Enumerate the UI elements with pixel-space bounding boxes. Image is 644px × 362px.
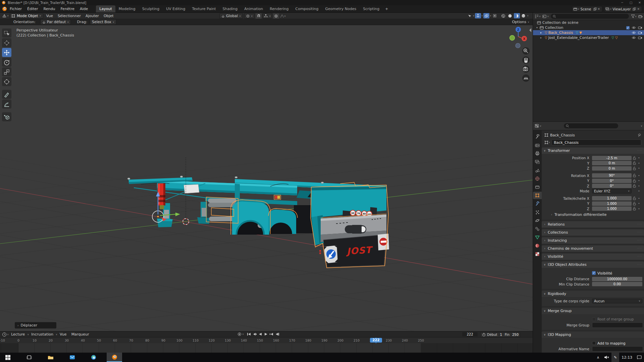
maximize-icon[interactable]: □ (627, 0, 635, 5)
overlays-toggle[interactable] (483, 13, 489, 18)
shading-wireframe-button[interactable] (500, 13, 506, 18)
eye-icon[interactable] (632, 31, 636, 34)
volume-muted-icon[interactable] (602, 353, 611, 362)
timeline-ruler[interactable]: -10 0 10 20 30 40 50 60 70 80 90 100 110… (0, 337, 533, 343)
nav-gizmo[interactable]: Z X (510, 27, 527, 48)
menu-fenetre[interactable]: Fenêtre (58, 5, 77, 12)
tool-orientation-dropdown[interactable]: Par défaut ∨ (40, 19, 71, 25)
panel-i3d-attributes[interactable]: ∨I3D Object Attributes···· (542, 261, 644, 268)
tab-modifiers[interactable] (533, 200, 542, 207)
blender-taskbar-icon[interactable] (107, 353, 122, 362)
position-x-field[interactable]: -2.5 m (592, 156, 632, 160)
collection-checkbox[interactable]: ✓ (626, 26, 630, 29)
taskbar-clock[interactable]: 12:13 (619, 353, 635, 362)
action-center-icon[interactable] (635, 353, 644, 362)
camera-visibility-icon[interactable] (638, 36, 642, 39)
visibility-checkbox[interactable]: ✓ (592, 271, 596, 275)
prev-keyframe-button[interactable] (252, 332, 257, 337)
tab-compositing[interactable]: Compositing (292, 5, 322, 12)
unlink-scene-icon[interactable]: ✕ (597, 7, 601, 11)
outliner-row-jost-trailer[interactable]: ▸ ▽ Jost_Extendable_ContainerTrailer ▽ ▽ (533, 35, 644, 40)
snap-target-dropdown[interactable]: ∨ (263, 13, 272, 19)
rotation-z-field[interactable]: 0° (592, 184, 632, 188)
tab-constraints[interactable] (533, 225, 542, 233)
panel-instancing[interactable]: ›Instancing···· (542, 237, 644, 244)
panel-visibility[interactable]: ›Visibilité···· (542, 253, 644, 260)
tablet-driver-icon[interactable]: ✎ (611, 353, 619, 362)
panel-relations[interactable]: ›Relations···· (542, 221, 644, 228)
menu-vue[interactable]: Vue (44, 14, 56, 18)
tab-material[interactable] (533, 242, 542, 249)
playhead-frame-badge[interactable]: 222 (370, 338, 382, 343)
viewport-nav-buttons[interactable] (522, 47, 530, 82)
play-reverse-button[interactable] (257, 332, 263, 337)
lock-icon[interactable] (632, 202, 637, 205)
editor-type-outliner-icon[interactable] (534, 14, 539, 18)
tab-particles[interactable] (533, 208, 542, 216)
tool-add-primitive[interactable] (2, 112, 11, 121)
tab-view-layer[interactable] (533, 158, 542, 166)
lock-icon[interactable] (632, 156, 637, 160)
eye-icon[interactable] (632, 36, 636, 39)
scale-y-field[interactable]: 1.000 (592, 201, 632, 206)
auto-key-button[interactable] (236, 332, 242, 337)
outliner-row-back-chassis[interactable]: ▸ ▽ Back_Chassis ▽ ▼ (533, 30, 644, 35)
tab-tool[interactable] (533, 133, 542, 140)
tab-scene[interactable] (533, 167, 542, 174)
shading-material-button[interactable] (514, 13, 520, 18)
viewlayer-selector[interactable]: ∨ ViewLayer ✕ (604, 6, 642, 12)
menu-rendu[interactable]: Rendu (41, 5, 58, 12)
tab-output[interactable] (533, 150, 542, 157)
operator-panel[interactable]: › Déplacer (15, 322, 56, 328)
shading-rendered-button[interactable] (521, 13, 527, 18)
menu-vue-timeline[interactable]: Vue (57, 332, 69, 337)
pivot-dropdown[interactable]: ∨ (244, 13, 255, 19)
properties-search-input[interactable] (564, 123, 618, 128)
tab-object[interactable] (533, 192, 542, 199)
tab-collection[interactable] (533, 183, 542, 191)
panel-merge-group[interactable]: ∨Merge Group (542, 308, 644, 314)
play-button[interactable] (263, 332, 269, 337)
menu-lecture[interactable]: Lecture (9, 332, 27, 337)
rotation-mode-dropdown[interactable]: Euler XYZ∨ (592, 189, 632, 193)
object-icon[interactable] (544, 140, 548, 144)
merge-group-field[interactable] (592, 322, 643, 328)
current-frame-field[interactable]: 222 (462, 332, 478, 337)
jump-end-button[interactable] (274, 332, 280, 337)
task-view-button[interactable] (21, 353, 37, 362)
eye-icon[interactable] (632, 26, 636, 29)
lock-icon[interactable] (632, 179, 637, 183)
close-icon[interactable]: ✕ (635, 0, 644, 5)
mail-app-icon[interactable] (64, 353, 80, 362)
tool-cursor[interactable] (2, 38, 11, 47)
scale-z-field[interactable]: 1.000 (592, 206, 632, 211)
tab-texture[interactable] (533, 250, 542, 258)
lock-icon[interactable] (632, 161, 637, 165)
frame-range-fields[interactable]: Début 1 Fin 250 (480, 332, 520, 337)
lock-icon[interactable] (632, 207, 637, 210)
shading-solid-button[interactable] (507, 13, 513, 18)
outliner-row-collection[interactable]: ▾ Collection ✓ (533, 25, 644, 30)
snap-toggle[interactable] (256, 13, 262, 19)
min-clip-distance-field[interactable]: 0.00 (592, 282, 642, 286)
tray-expand-icon[interactable]: ∧ (594, 353, 602, 362)
timeline-channels[interactable] (0, 343, 533, 353)
sidebar-collapse-arrow[interactable] (529, 28, 531, 32)
lock-icon[interactable] (632, 167, 637, 170)
tab-shading[interactable]: Shading (219, 5, 241, 12)
menu-fichier[interactable]: Fichier (7, 5, 24, 12)
panel-transformer[interactable]: ∨Transformer···· (542, 147, 644, 154)
menu-editer[interactable]: Éditer (24, 5, 41, 12)
copy-icon[interactable] (593, 7, 597, 11)
tab-data[interactable] (533, 234, 542, 241)
tool-move[interactable] (2, 48, 11, 57)
jump-start-button[interactable] (246, 332, 252, 337)
rotation-x-field[interactable]: 90° (592, 173, 632, 178)
scale-x-field[interactable]: 1.000 (592, 196, 632, 200)
filter-icon[interactable] (631, 14, 635, 18)
file-explorer-icon[interactable] (43, 353, 58, 362)
lock-icon[interactable] (632, 174, 637, 177)
editor-type-3dview-icon[interactable] (2, 13, 7, 18)
new-collection-icon[interactable] (638, 14, 643, 18)
tab-animation[interactable]: Animation (241, 5, 266, 12)
